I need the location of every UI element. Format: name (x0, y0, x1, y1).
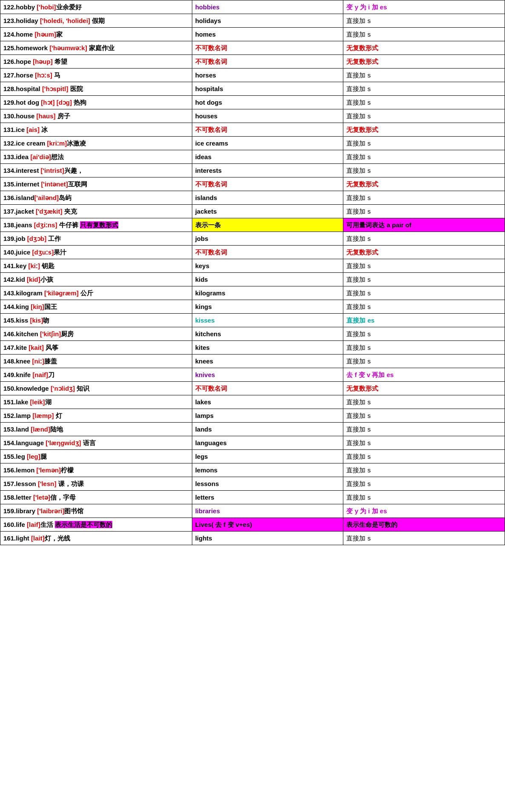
table-row: 157.lesson ['lesn] 课，功课lessons直接加 s (0, 477, 505, 491)
word-cell: 159.library ['laibrəri]图书馆 (0, 504, 192, 518)
word-text: 125.homework (3, 44, 49, 51)
rule-text: 表示生命是可数的 (346, 521, 397, 528)
word-text: 144.king (3, 303, 31, 310)
plural-cell: 不可数名词 (192, 246, 343, 259)
word-text: 149.knife (3, 371, 32, 378)
chinese-text: 吻 (43, 317, 49, 324)
word-text: 154.language (3, 439, 46, 446)
word-cell: 128.hospital ['hɔspitl] 医院 (0, 82, 192, 96)
rule-text: 直接加 s (346, 194, 371, 201)
phonetic: [dʒiːns] (34, 221, 57, 229)
rule-text: 直接加 s (346, 412, 371, 419)
chinese-text: 冰激凌 (67, 140, 86, 147)
table-row: 135.internet ['intənet]互联网不可数名词无复数形式 (0, 177, 505, 191)
word-cell: 150.knowledge ['nɔlidʒ] 知识 (0, 382, 192, 395)
chinese-text: 家 (56, 31, 63, 38)
phonetic: [lænd] (31, 426, 50, 433)
phonetic: [kriːm] (47, 140, 67, 147)
rule-text: 直接加 s (346, 31, 371, 38)
word-cell: 151.lake [leik]湖 (0, 395, 192, 409)
word-cell: 130.house [haus] 房子 (0, 109, 192, 123)
chinese-text: 岛屿 (59, 194, 71, 201)
phonetic: ['intənet] (41, 180, 68, 188)
chinese-text: 钥匙 (40, 262, 54, 269)
table-row: 125.homework ['həumwəːk] 家庭作业不可数名词无复数形式 (0, 41, 505, 55)
plural-cell: kings (192, 300, 343, 314)
phonetic: [kis] (30, 317, 43, 324)
chinese-text: 业余爱好 (56, 3, 82, 11)
rule-text: 直接加 s (346, 71, 371, 79)
word-text: 143.kilogram (3, 289, 44, 297)
table-row: 136.island['ailənd]岛屿islands直接加 s (0, 191, 505, 205)
plural-cell: languages (192, 436, 343, 450)
plural-text: kilograms (195, 289, 225, 297)
table-row: 122.hobby ['hobi]业余爱好hobbies变 y 为 i 加 es (0, 0, 505, 14)
chinese-text: 语言 (81, 439, 96, 446)
rule-cell: 直接加 s (343, 109, 505, 123)
word-text: 160.life (3, 521, 27, 528)
plural-cell: homes (192, 28, 343, 41)
plural-text: 不可数名词 (195, 249, 227, 256)
rule-text: 无复数形式 (346, 249, 378, 256)
plural-cell: 不可数名词 (192, 55, 343, 69)
rule-cell: 直接加 s (343, 191, 505, 205)
plural-text: jackets (195, 208, 217, 215)
word-cell: 158.letter ['letə]信，字母 (0, 491, 192, 504)
phonetic: [hɔːs] (35, 71, 52, 79)
word-cell: 146.kitchen ['kitʃin]厨房 (0, 327, 192, 341)
word-text: 146.kitchen (3, 330, 40, 337)
rule-text: 无复数形式 (346, 385, 378, 392)
plural-text: hobbies (195, 3, 220, 11)
phonetic: [ai'diə] (30, 153, 51, 160)
phonetic: ['holedi, 'holidei] (40, 17, 90, 24)
plural-cell: hot dogs (192, 96, 343, 109)
table-row: 147.kite [kait] 风筝kites直接加 s (0, 341, 505, 355)
rule-text: 无复数形式 (346, 58, 378, 65)
rule-cell: 直接加 s (343, 273, 505, 286)
plural-text: kitchens (195, 330, 221, 337)
plural-text: lemons (195, 466, 218, 474)
rule-cell: 无复数形式 (343, 41, 505, 55)
word-text: 145.kiss (3, 317, 30, 324)
phonetic: ['həumwəːk] (49, 44, 87, 51)
plural-text: keys (195, 262, 209, 269)
word-text: 155.leg (3, 453, 27, 460)
plural-text: kings (195, 303, 212, 310)
phonetic: [kid] (27, 276, 40, 283)
word-cell: 144.king [kiŋ]国王 (0, 300, 192, 314)
word-text: 126.hope (3, 58, 33, 65)
rule-cell: 直接加 s (343, 205, 505, 218)
word-cell: 141.key [kiː] 钥匙 (0, 259, 192, 273)
rule-cell: 直接加 s (343, 259, 505, 273)
rule-cell: 直接加 s (343, 14, 505, 28)
rule-cell: 直接加 s (343, 491, 505, 504)
phonetic: [leik] (30, 398, 45, 406)
table-row: 158.letter ['letə]信，字母letters直接加 s (0, 491, 505, 504)
rule-cell: 直接加 s (343, 137, 505, 150)
plural-cell: knives (192, 368, 343, 382)
rule-text: 直接加 s (346, 535, 371, 542)
rule-cell: 变 y 为 i 加 es (343, 504, 505, 518)
word-text: 141.key (3, 262, 28, 269)
phonetic: [kiː] (28, 262, 40, 269)
plural-text: 不可数名词 (195, 44, 227, 51)
word-text: 151.lake (3, 398, 30, 406)
rule-cell: 无复数形式 (343, 382, 505, 395)
rule-cell: 直接加 s (343, 300, 505, 314)
chinese-text: 马 (52, 71, 60, 79)
word-cell: 134.interest ['intrist]兴趣， (0, 164, 192, 177)
plural-text: hospitals (195, 85, 223, 92)
rule-text: 直接加 s (346, 344, 371, 351)
word-cell: 140.juice [dʒuːs]果汁 (0, 246, 192, 259)
plural-text: kites (195, 344, 210, 351)
plural-cell: lights (192, 532, 343, 545)
word-cell: 143.kilogram ['kiləgræm] 公斤 (0, 286, 192, 300)
phonetic: ['laibrəri] (37, 507, 64, 515)
plural-text: 不可数名词 (195, 180, 227, 188)
vocabulary-table: 122.hobby ['hobi]业余爱好hobbies变 y 为 i 加 es… (0, 0, 505, 545)
plural-text: 不可数名词 (195, 385, 227, 392)
table-row: 132.ice cream [kriːm]冰激凌ice creams直接加 s (0, 137, 505, 150)
plural-cell: libraries (192, 504, 343, 518)
plural-text: 不可数名词 (195, 58, 227, 65)
phonetic: [ais] (26, 126, 40, 133)
